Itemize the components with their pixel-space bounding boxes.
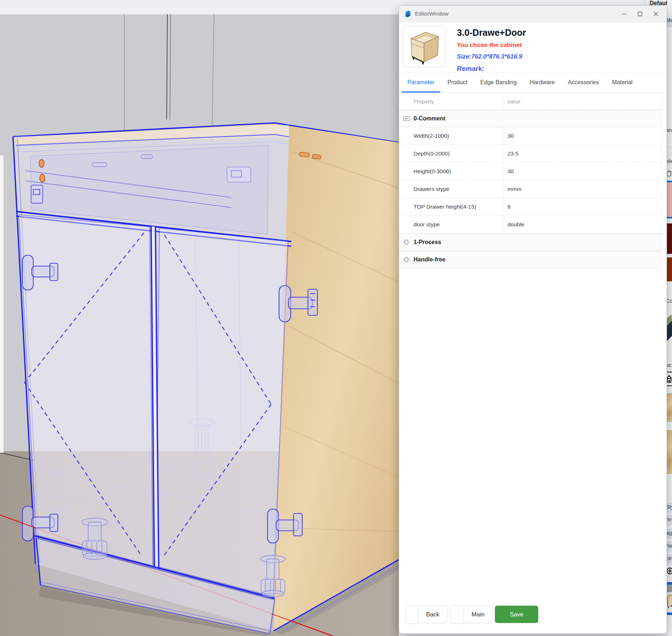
property-cell: Depth(0-2000) <box>399 145 504 162</box>
add-circle-icon[interactable] <box>666 567 672 575</box>
section-row-handle-free[interactable]: Handle-free <box>399 251 661 268</box>
tray-section-row[interactable]: Sty <box>666 503 672 513</box>
property-cell: Drawers stype <box>399 180 504 198</box>
tray-rule <box>666 372 672 372</box>
tray-text-fragment: an <box>666 127 672 133</box>
home-icon[interactable] <box>666 374 672 384</box>
left-wall <box>0 155 4 453</box>
tray-section-row[interactable]: nv <box>666 515 672 525</box>
tray-divider-line <box>645 0 645 6</box>
tray-text-fragment: Co <box>666 298 672 304</box>
component-box-icon <box>666 313 672 344</box>
cabinet-thumbnail-image <box>403 26 444 66</box>
drawer-slide-bracket <box>227 167 251 182</box>
table-row[interactable]: Drawers stype mmm <box>399 180 661 198</box>
value-cell[interactable]: 23.5 <box>504 145 661 162</box>
materials-tab-fragment[interactable]: Ma <box>666 17 672 27</box>
property-column-header: Property <box>399 98 504 104</box>
tab-accessories[interactable]: Accessories <box>568 72 599 93</box>
dialog-tabs: Parameter Product Edge Banding Hardware … <box>399 72 667 93</box>
tray-divider <box>666 147 672 148</box>
tab-product[interactable]: Product <box>448 72 467 93</box>
property-cell: TOP Drawer height(4-15) <box>399 198 504 215</box>
trash-icon[interactable] <box>666 170 672 176</box>
tab-parameter[interactable]: Parameter <box>407 72 435 93</box>
section-row-process[interactable]: 1-Process <box>399 234 661 251</box>
minimize-button[interactable] <box>616 6 632 22</box>
wood-texture-thumbnail[interactable] <box>666 393 672 422</box>
back-checkbox[interactable] <box>406 606 419 624</box>
dowel-hole <box>39 159 44 167</box>
material-swatch-rust[interactable] <box>666 257 672 281</box>
tray-text-fragment: ele <box>666 158 672 164</box>
cabinet-model[interactable] <box>13 123 399 636</box>
editor-window-dialog: EditorWindow 3.0-Drawe+Door You chose <box>399 5 667 634</box>
dialog-titlebar[interactable]: EditorWindow <box>399 6 667 22</box>
value-cell[interactable]: 6 <box>504 198 661 215</box>
app-logo-icon <box>404 10 412 18</box>
tray-edge-sliver: Ma an ele Co ec Sty nv ag ha ce <box>666 6 672 636</box>
table-row[interactable]: door stype double <box>399 216 661 234</box>
collapse-icon[interactable] <box>399 116 414 121</box>
accent-bar <box>666 582 672 585</box>
back-button[interactable]: Back <box>418 606 448 623</box>
section-label: Handle-free <box>414 256 445 263</box>
tab-hardware[interactable]: Hardware <box>530 72 555 93</box>
table-row[interactable]: Height(0-3000) 30 <box>399 163 661 180</box>
property-cell: Height(0-3000) <box>399 163 504 180</box>
dowel-hole <box>40 174 45 182</box>
wood-texture-thumbnail[interactable] <box>666 430 672 474</box>
tray-section-row[interactable]: ag <box>666 529 672 539</box>
material-swatch-pink[interactable] <box>666 182 672 217</box>
chose-cabinet-text: You chose the cabinet <box>457 42 522 49</box>
value-cell[interactable]: 30 <box>504 127 661 145</box>
remark-label: Remark: <box>457 65 484 73</box>
save-button[interactable]: Save <box>495 606 538 623</box>
product-name: 3.0-Drawe+Door <box>457 27 526 38</box>
expand-icon[interactable] <box>399 257 414 262</box>
tray-rule <box>666 385 672 386</box>
main-button[interactable]: Main <box>463 606 493 623</box>
value-cell[interactable]: mmm <box>504 180 661 198</box>
table-row[interactable]: Width(2-1000) 30 <box>399 127 661 145</box>
main-checkbox[interactable] <box>450 606 464 624</box>
size-text: Size:762.0*876.3*616.9 <box>457 53 522 60</box>
property-cell: Width(2-1000) <box>399 127 504 145</box>
section-row-comment[interactable]: 0-Comment <box>399 110 661 127</box>
maximize-button[interactable] <box>632 6 648 22</box>
section-label: 1-Process <box>414 239 441 246</box>
expand-icon[interactable] <box>399 239 414 245</box>
tray-text-fragment: ec <box>666 362 672 368</box>
property-cell: door stype <box>399 216 504 233</box>
gray-bar <box>666 585 672 592</box>
cabinet-thumbnail <box>403 26 445 67</box>
cabinet-mini-thumbnail[interactable] <box>666 593 672 609</box>
table-row[interactable]: Depth(0-2000) 23.5 <box>399 145 661 163</box>
table-row[interactable]: TOP Drawer height(4-15) 6 <box>399 198 661 216</box>
tray-section-row[interactable]: ce <box>666 554 672 564</box>
table-header: Property value <box>399 93 661 110</box>
value-cell[interactable]: 30 <box>504 163 661 180</box>
value-column-header: value <box>504 93 661 110</box>
parameter-table: Property value 0-Comment Width(2-1000) 3… <box>399 93 661 268</box>
section-label: 0-Comment <box>414 115 445 122</box>
wood-side-panel <box>274 126 399 633</box>
material-swatch-darkred[interactable] <box>666 223 672 254</box>
accent-bar <box>666 612 672 615</box>
window-title: EditorWindow <box>415 10 449 17</box>
tray-section-row[interactable]: ha <box>666 541 672 551</box>
selection-bar <box>666 217 672 218</box>
tab-material[interactable]: Material <box>612 72 633 93</box>
close-button[interactable] <box>648 6 664 22</box>
tab-edge-banding[interactable]: Edge Banding <box>480 72 517 93</box>
value-cell[interactable]: double <box>504 216 661 233</box>
